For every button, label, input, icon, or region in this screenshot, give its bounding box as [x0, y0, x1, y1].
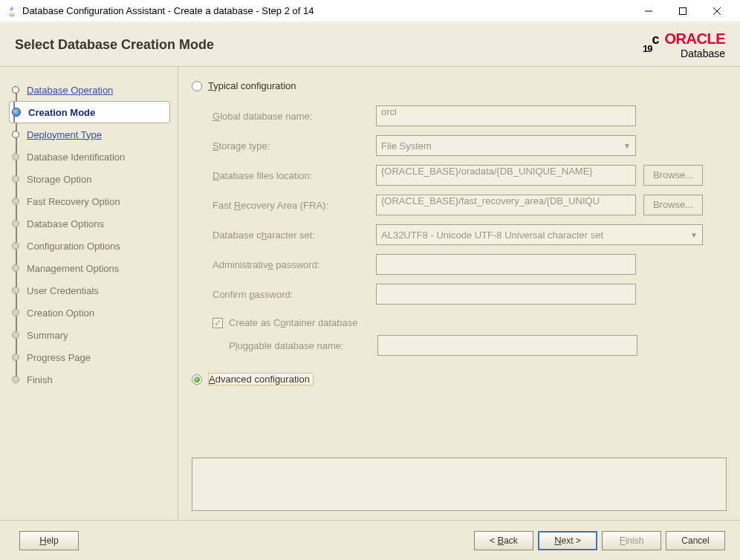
- browse-fra-button: Browse...: [643, 195, 703, 215]
- step-database-identification: Database Identification: [12, 146, 170, 168]
- advanced-configuration-radio[interactable]: Advanced configuration: [192, 373, 727, 385]
- admin-password-input: [376, 254, 636, 275]
- java-icon: [6, 5, 18, 17]
- step-management-options: Management Options: [12, 257, 170, 279]
- step-summary: Summary: [12, 324, 170, 346]
- charset-select: AL32UTF8 - Unicode UTF-8 Universal chara…: [376, 224, 703, 245]
- maximize-button[interactable]: [666, 0, 700, 22]
- step-configuration-options: Configuration Options: [12, 235, 170, 257]
- page-title: Select Database Creation Mode: [15, 37, 643, 53]
- browse-db-files-button: Browse...: [643, 165, 703, 186]
- oracle-logo: 19c ORACLE Database: [643, 30, 725, 59]
- container-db-checkbox: ✓ Create as Container database: [212, 317, 727, 328]
- minimize-button[interactable]: [632, 0, 666, 22]
- storage-type-select: File System▼: [376, 135, 636, 156]
- typical-configuration-radio[interactable]: Typical configuration: [192, 80, 727, 91]
- confirm-password-label: Confirm password:: [212, 289, 376, 300]
- window-title: Database Configuration Assistant - Creat…: [22, 5, 632, 16]
- fra-input: {ORACLE_BASE}/fast_recovery_area/{DB_UNI…: [376, 195, 636, 215]
- storage-type-label: Storage type:: [212, 140, 376, 152]
- confirm-password-input: [376, 284, 636, 305]
- typical-form: Global database name: orcl Storage type:…: [212, 99, 727, 362]
- step-deployment-type[interactable]: Deployment Type: [12, 123, 170, 146]
- next-button[interactable]: Next >: [538, 531, 597, 550]
- step-database-options: Database Options: [12, 212, 170, 235]
- admin-password-label: Administrative password:: [212, 259, 376, 270]
- page-header: Select Database Creation Mode 19c ORACLE…: [0, 22, 740, 67]
- step-finish: Finish: [12, 368, 170, 391]
- step-creation-option: Creation Option: [12, 302, 170, 324]
- message-area: [192, 458, 727, 511]
- svg-rect-1: [680, 7, 687, 14]
- step-storage-option: Storage Option: [12, 168, 170, 190]
- chevron-down-icon: ▼: [690, 231, 698, 239]
- cancel-button[interactable]: Cancel: [666, 531, 725, 550]
- radio-icon: [192, 374, 202, 385]
- global-db-name-label: Global database name:: [212, 111, 376, 122]
- wizard-steps: Database Operation Creation Mode Deploym…: [0, 67, 178, 520]
- help-button[interactable]: Help: [19, 531, 79, 550]
- fra-label: Fast Recovery Area (FRA):: [212, 200, 376, 211]
- close-button[interactable]: [700, 0, 734, 22]
- db-files-location-label: Database files location:: [212, 170, 376, 181]
- back-button[interactable]: < Back: [474, 531, 533, 550]
- content-panel: Typical configuration Global database na…: [178, 67, 740, 520]
- step-creation-mode: Creation Mode: [9, 101, 170, 123]
- step-progress-page: Progress Page: [12, 346, 170, 368]
- step-database-operation[interactable]: Database Operation: [12, 79, 170, 101]
- global-db-name-input: orcl: [376, 105, 636, 126]
- chevron-down-icon: ▼: [623, 142, 631, 150]
- pluggable-db-label: Pluggable database name:: [229, 340, 377, 351]
- radio-icon: [192, 81, 202, 91]
- finish-button: Finish: [602, 531, 661, 550]
- pluggable-db-input: [377, 335, 637, 356]
- title-bar: Database Configuration Assistant - Creat…: [0, 0, 740, 22]
- charset-label: Database character set:: [212, 229, 376, 241]
- checkbox-icon: ✓: [212, 318, 223, 328]
- wizard-footer: Help < Back Next > Finish Cancel: [0, 520, 740, 560]
- step-user-credentials: User Credentials: [12, 279, 170, 302]
- step-fast-recovery-option: Fast Recovery Option: [12, 190, 170, 212]
- db-files-location-input: {ORACLE_BASE}/oradata/{DB_UNIQUE_NAME}: [376, 165, 636, 186]
- main-area: Database Operation Creation Mode Deploym…: [0, 67, 740, 520]
